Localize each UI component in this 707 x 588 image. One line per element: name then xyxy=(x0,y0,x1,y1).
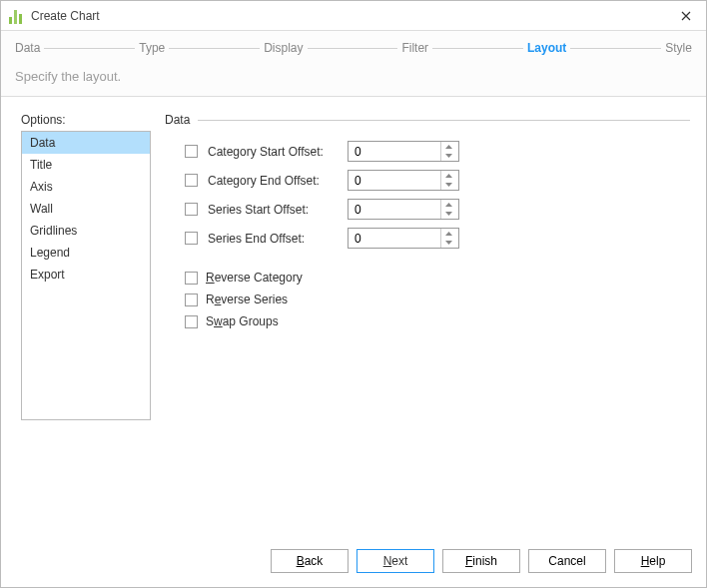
input-category-end-offset[interactable] xyxy=(349,171,440,190)
group-divider xyxy=(198,120,690,121)
step-data[interactable]: Data xyxy=(15,39,40,57)
finish-button[interactable]: Finish xyxy=(442,549,520,573)
footer-buttons: Back Next Finish Cancel Help xyxy=(1,539,706,587)
wizard-header: Data Type Display Filter Layout Style Sp… xyxy=(1,31,706,97)
spinner-up-icon[interactable] xyxy=(441,142,456,152)
check-category-start-offset[interactable] xyxy=(185,145,198,158)
step-type[interactable]: Type xyxy=(139,39,165,57)
spinner-down-icon[interactable] xyxy=(441,239,456,249)
step-filter[interactable]: Filter xyxy=(401,39,428,57)
row-swap-groups: Swap Groups xyxy=(165,314,690,328)
input-series-start-offset[interactable] xyxy=(349,200,440,219)
check-swap-groups[interactable] xyxy=(185,315,198,328)
spinner-down-icon[interactable] xyxy=(441,152,456,162)
create-chart-dialog: Create Chart Data Type Display Filter La… xyxy=(0,0,707,588)
option-wall[interactable]: Wall xyxy=(22,198,150,220)
spinner-buttons xyxy=(440,171,456,190)
label-series-end-offset: Series End Offset: xyxy=(208,232,338,246)
row-category-start-offset: Category Start Offset: xyxy=(165,141,690,162)
row-category-end-offset: Category End Offset: xyxy=(165,170,690,191)
row-series-end-offset: Series End Offset: xyxy=(165,228,690,249)
step-connector xyxy=(308,48,398,49)
option-legend[interactable]: Legend xyxy=(22,242,150,264)
input-series-end-offset[interactable] xyxy=(349,229,440,248)
options-listbox[interactable]: Data Title Axis Wall Gridlines Legend Ex… xyxy=(21,131,151,420)
spinner-buttons xyxy=(440,200,456,219)
check-reverse-series[interactable] xyxy=(185,294,198,306)
spinner-up-icon[interactable] xyxy=(441,171,456,181)
group-header: Data xyxy=(165,113,690,127)
row-reverse-series: Reverse Series xyxy=(165,293,690,306)
reverse-swap-group: Reverse Category Reverse Series Swap Gro… xyxy=(165,271,690,328)
chart-bars-icon xyxy=(9,8,25,24)
close-icon[interactable] xyxy=(674,4,698,28)
options-label: Options: xyxy=(21,113,151,127)
help-button[interactable]: Help xyxy=(614,549,692,573)
check-series-start-offset[interactable] xyxy=(185,203,198,216)
label-category-start-offset: Category Start Offset: xyxy=(208,145,338,159)
label-reverse-series: Reverse Series xyxy=(206,293,288,306)
wizard-steps: Data Type Display Filter Layout Style xyxy=(15,39,692,57)
check-reverse-category[interactable] xyxy=(185,272,198,285)
option-axis[interactable]: Axis xyxy=(22,176,150,198)
label-reverse-category: Reverse Category xyxy=(206,271,303,285)
cancel-button[interactable]: Cancel xyxy=(528,549,606,573)
check-series-end-offset[interactable] xyxy=(185,232,198,245)
spinner-buttons xyxy=(440,229,456,248)
titlebar: Create Chart xyxy=(1,1,706,31)
step-connector xyxy=(44,48,135,49)
label-swap-groups: Swap Groups xyxy=(206,314,279,328)
spinner-up-icon[interactable] xyxy=(441,229,456,239)
spinner-buttons xyxy=(440,142,456,161)
spinner-down-icon[interactable] xyxy=(441,181,456,191)
label-series-start-offset: Series Start Offset: xyxy=(208,203,338,217)
group-title: Data xyxy=(165,113,190,127)
label-category-end-offset: Category End Offset: xyxy=(208,174,338,188)
input-category-start-offset[interactable] xyxy=(349,142,440,161)
next-button[interactable]: Next xyxy=(356,549,434,573)
row-reverse-category: Reverse Category xyxy=(165,271,690,285)
options-panel: Options: Data Title Axis Wall Gridlines … xyxy=(21,113,151,529)
dialog-title: Create Chart xyxy=(31,9,674,23)
option-title[interactable]: Title xyxy=(22,154,150,176)
step-layout[interactable]: Layout xyxy=(527,39,566,57)
step-connector xyxy=(570,48,661,49)
option-gridlines[interactable]: Gridlines xyxy=(22,220,150,242)
spinner-down-icon[interactable] xyxy=(441,210,456,220)
spinner-up-icon[interactable] xyxy=(441,200,456,210)
spinner-series-end-offset xyxy=(348,228,459,249)
step-connector xyxy=(432,48,523,49)
step-subtitle: Specify the layout. xyxy=(15,69,692,84)
step-display[interactable]: Display xyxy=(264,39,303,57)
back-button[interactable]: Back xyxy=(271,549,349,573)
check-category-end-offset[interactable] xyxy=(185,174,198,187)
step-connector xyxy=(169,48,260,49)
row-series-start-offset: Series Start Offset: xyxy=(165,199,690,220)
option-export[interactable]: Export xyxy=(22,264,150,286)
step-style[interactable]: Style xyxy=(665,39,692,57)
option-data[interactable]: Data xyxy=(22,132,150,154)
spinner-category-end-offset xyxy=(348,170,459,191)
content-area: Options: Data Title Axis Wall Gridlines … xyxy=(1,97,706,539)
spinner-category-start-offset xyxy=(348,141,459,162)
details-panel: Data Category Start Offset: Category End… xyxy=(165,113,690,529)
spinner-series-start-offset xyxy=(348,199,459,220)
